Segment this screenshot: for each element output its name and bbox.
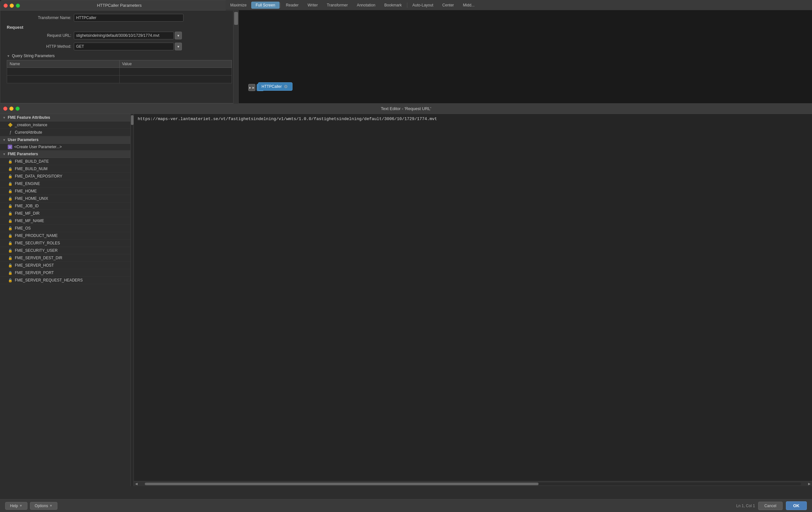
request-url-display: stighetsindelning/default/3006/10/1729/1…	[74, 32, 174, 39]
attr-item-fme-server-host[interactable]: 🔒 FME_SERVER_HOST	[0, 262, 134, 269]
attr-item-fme-os[interactable]: 🔒 FME_OS	[0, 225, 134, 232]
transformer-name-input[interactable]	[74, 14, 183, 22]
user-parameters-label: User Parameters	[8, 137, 38, 142]
httpcaller-parameters-window: HTTPCaller Parameters Transformer Name: …	[0, 0, 239, 103]
query-table-value-header: Value	[119, 60, 232, 68]
attr-item-fme-home[interactable]: 🔒 FME_HOME	[0, 188, 134, 195]
lock-icon-3: 🔒	[8, 174, 13, 179]
fme-parameters-arrow: ▼	[3, 152, 6, 156]
tab-annotation[interactable]: Annotation	[352, 2, 380, 9]
top-menubar: Maximize Full Screen Reader Writer Trans…	[226, 0, 812, 10]
horizontal-scrollbar[interactable]: ◀ ▶	[134, 481, 812, 486]
close-button[interactable]	[4, 4, 8, 8]
fme-engine-label: FME_ENGINE	[15, 182, 40, 186]
query-value-cell[interactable]	[119, 68, 232, 76]
http-method-label: HTTP Method:	[7, 44, 71, 49]
attr-item-fme-build-date[interactable]: 🔒 FME_BUILD_DATE	[0, 158, 134, 165]
scroll-left-arrow[interactable]: ◀	[134, 481, 139, 486]
attr-item-fme-mf-dir[interactable]: 🔒 FME_MF_DIR	[0, 210, 134, 217]
toolbar-left-buttons: Help ▼ Options ▼	[5, 502, 57, 510]
tab-maximize[interactable]: Maximize	[226, 2, 251, 9]
tab-bookmark[interactable]: Bookmark	[380, 2, 406, 9]
query-string-label: Query String Parameters	[12, 54, 55, 58]
query-value-cell-2[interactable]	[119, 76, 232, 83]
lock-icon-16: 🔒	[8, 270, 13, 275]
url-text-content[interactable]: https://maps-ver.lantmateriet.se/vt/fast…	[134, 114, 812, 481]
menu-tabs: Maximize Full Screen Reader Writer Trans…	[226, 2, 479, 9]
query-name-cell[interactable]	[7, 68, 120, 76]
fme-server-port-label: FME_SERVER_PORT	[15, 271, 54, 275]
httpcaller-scrollbar[interactable]	[233, 11, 238, 104]
help-label: Help	[10, 504, 18, 508]
attr-item-fme-server-request-headers[interactable]: 🔒 FME_SERVER_REQUEST_HEADERS	[0, 277, 134, 284]
func-icon: ƒ	[8, 130, 13, 135]
fme-feature-label: FME Feature Attributes	[8, 115, 50, 120]
attr-item-fme-product-name[interactable]: 🔒 FME_PRODUCT_NAME	[0, 232, 134, 240]
tab-writer[interactable]: Writer	[303, 2, 322, 9]
http-method-dropdown[interactable]: ▼	[175, 43, 182, 50]
attr-scrollbar-thumb	[131, 115, 134, 125]
query-string-section-header[interactable]: ▼ Query String Parameters	[7, 54, 232, 58]
lock-icon-8: 🔒	[8, 211, 13, 216]
attr-item-fme-home-unix[interactable]: 🔒 FME_HOME_UNIX	[0, 195, 134, 203]
fme-feature-arrow: ▼	[3, 116, 6, 119]
lock-icon-12: 🔒	[8, 241, 13, 246]
scroll-right-arrow[interactable]: ▶	[807, 481, 812, 486]
lock-icon-7: 🔒	[8, 204, 13, 209]
attr-item-fme-mf-name[interactable]: 🔒 FME_MF_NAME	[0, 217, 134, 225]
transformer-name-label: Transformer Name:	[7, 16, 71, 20]
attr-item-fme-job-id[interactable]: 🔒 FME_JOB_ID	[0, 203, 134, 210]
tab-middle[interactable]: Midd...	[459, 2, 479, 9]
attr-item-fme-build-num[interactable]: 🔒 FME_BUILD_NUM	[0, 165, 134, 173]
text-editor-traffic-lights	[3, 107, 20, 111]
httpcaller-node[interactable]: HTTPCaller ⚙	[258, 82, 292, 91]
diamond-icon	[8, 123, 13, 128]
fme-mf-name-label: FME_MF_NAME	[15, 219, 44, 223]
http-method-select[interactable]: GET POST PUT DELETE	[74, 43, 174, 50]
user-parameters-section[interactable]: ▼ User Parameters	[0, 136, 134, 144]
node-label: HTTPCaller	[262, 84, 282, 89]
create-user-param-label: <Create User Parameter...>	[14, 145, 62, 149]
attr-item-fme-server-dest-dir[interactable]: 🔒 FME_SERVER_DEST_DIR	[0, 254, 134, 262]
attr-panel-scrollbar[interactable]	[130, 114, 134, 486]
fme-server-dest-dir-label: FME_SERVER_DEST_DIR	[15, 256, 62, 260]
fme-parameters-section[interactable]: ▼ FME Parameters	[0, 151, 134, 158]
minimize-button[interactable]	[10, 4, 14, 8]
attr-item-create-user-param[interactable]: U <Create User Parameter...>	[0, 144, 134, 151]
fme-build-num-label: FME_BUILD_NUM	[15, 167, 48, 171]
tab-transformer[interactable]: Transformer	[322, 2, 352, 9]
tab-fullscreen[interactable]: Full Screen	[251, 2, 280, 9]
fme-feature-attributes-section[interactable]: ▼ FME Feature Attributes	[0, 114, 134, 122]
query-name-cell-2[interactable]	[7, 76, 120, 83]
scrollbar-thumb	[145, 483, 539, 485]
maximize-button[interactable]	[16, 4, 20, 8]
tab-auto-layout[interactable]: Auto-Layout	[408, 2, 438, 9]
attr-item-creation-instance[interactable]: _creation_instance	[0, 122, 134, 129]
attr-item-creation-label: _creation_instance	[15, 123, 48, 127]
tab-divider-1	[280, 3, 281, 8]
cancel-button[interactable]: Cancel	[758, 502, 782, 510]
options-button[interactable]: Options ▼	[30, 502, 57, 510]
connector-arrow-icon: ►►	[248, 84, 255, 91]
text-editor-title: Text Editor - 'Request URL'	[381, 106, 431, 111]
te-minimize-button[interactable]	[9, 107, 13, 111]
attr-item-current-attribute[interactable]: ƒ CurrentAttribute	[0, 129, 134, 136]
request-url-dropdown[interactable]: ▼	[175, 32, 182, 39]
help-button[interactable]: Help ▼	[5, 502, 27, 510]
fme-security-roles-label: FME_SECURITY_ROLES	[15, 241, 60, 245]
attr-item-fme-security-user[interactable]: 🔒 FME_SECURITY_USER	[0, 247, 134, 254]
attr-item-fme-data-repository[interactable]: 🔒 FME_DATA_REPOSITORY	[0, 173, 134, 180]
query-collapse-arrow: ▼	[7, 54, 10, 58]
http-method-row: HTTP Method: GET POST PUT DELETE ▼	[7, 43, 232, 50]
te-close-button[interactable]	[3, 107, 7, 111]
attr-item-fme-server-port[interactable]: 🔒 FME_SERVER_PORT	[0, 269, 134, 277]
tab-center[interactable]: Center	[438, 2, 459, 9]
httpcaller-window-body: Transformer Name: Request Request URL: s…	[0, 11, 238, 86]
attr-item-fme-security-roles[interactable]: 🔒 FME_SECURITY_ROLES	[0, 240, 134, 247]
user-parameters-arrow: ▼	[3, 138, 6, 142]
te-maximize-button[interactable]	[16, 107, 20, 111]
tab-reader[interactable]: Reader	[281, 2, 303, 9]
attr-item-fme-engine[interactable]: 🔒 FME_ENGINE	[0, 180, 134, 188]
ok-button[interactable]: OK	[786, 501, 807, 510]
line-col-status: Ln 1, Col 1	[736, 504, 755, 508]
